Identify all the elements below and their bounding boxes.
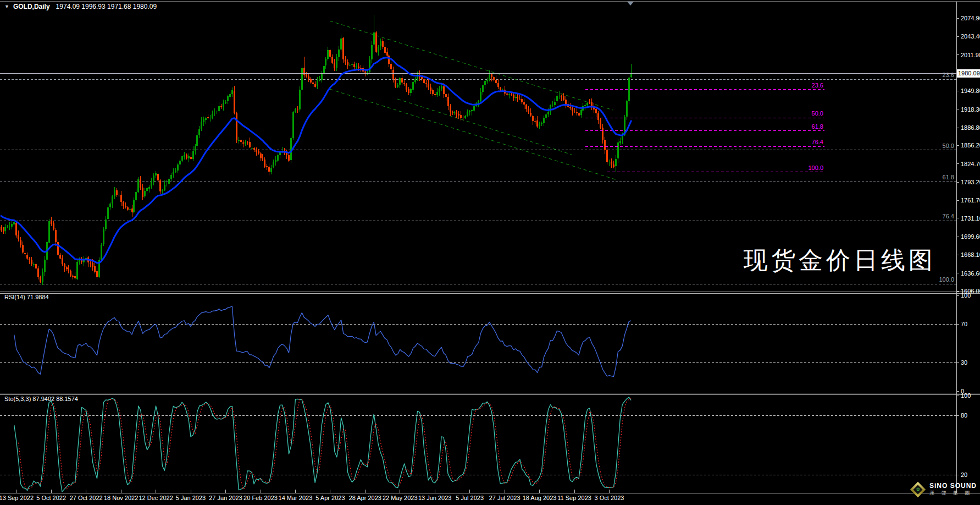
broker-logo: ✿ SiNO SOUND 漢 聲 集 團 xyxy=(911,482,977,497)
sto-k-line xyxy=(14,397,631,492)
price-tick-label: 1824.70 xyxy=(961,161,980,167)
date-tick-label: 12 Dec 2022 xyxy=(139,495,173,501)
rsi-tick-label: 30 xyxy=(961,359,967,366)
price-tick-label: 2074.90 xyxy=(961,15,980,21)
price-tick-label: 1918.30 xyxy=(961,106,980,113)
current-price-tag: 1980.09 xyxy=(957,69,980,78)
price-tick-label: 1668.10 xyxy=(961,251,980,258)
date-tick-label: 20 Feb 2023 xyxy=(243,495,278,501)
logo-name: SiNO SOUND xyxy=(929,482,977,490)
date-tick-label: 13 Jun 2023 xyxy=(418,495,452,501)
date-tick-label: 27 Jan 2023 xyxy=(209,495,242,501)
rsi-panel: 10070300 xyxy=(0,292,971,394)
fib-magenta-label: 50.0 xyxy=(812,110,823,117)
fib-gray-label: 61.8 xyxy=(943,174,954,180)
date-tick-label: 14 Mar 2023 xyxy=(279,495,313,501)
sto-tick-label: 80 xyxy=(961,412,967,419)
ohlc-values: 1974.09 1996.93 1971.68 1980.09 xyxy=(56,3,157,10)
date-tick-label: 27 Oct 2022 xyxy=(70,495,103,501)
price-tick-label: 1949.80 xyxy=(961,87,980,94)
watermark-text: 现货金价日线图 xyxy=(744,244,936,277)
date-tick-label: 18 Aug 2023 xyxy=(523,495,557,501)
fib-magenta-label: 76.4 xyxy=(812,139,823,145)
rsi-tick-label: 100 xyxy=(961,292,971,299)
fib-retracement-magenta: 23.650.061.876.4100.0 xyxy=(585,82,824,172)
time-axis: 13 Sep 20225 Oct 202227 Oct 202218 Nov 2… xyxy=(0,490,624,501)
fib-gray-label: 23.6 xyxy=(943,72,954,78)
price-axis: 2074.902043.402011.901949.801918.301886.… xyxy=(956,15,980,294)
sto-tick-label: 20 xyxy=(961,471,967,478)
rsi-tick-label: 70 xyxy=(961,321,967,327)
logo-diamond-icon: ✿ xyxy=(911,482,925,497)
date-tick-label: 22 May 2023 xyxy=(383,495,418,501)
date-tick-label: 28 Apr 2023 xyxy=(349,495,381,501)
date-tick-label: 18 Nov 2022 xyxy=(104,495,138,501)
price-tick-label: 1636.60 xyxy=(961,270,980,277)
fib-magenta-label: 23.6 xyxy=(812,82,823,89)
price-tick-label: 1761.70 xyxy=(961,197,980,204)
price-tick-label: 1793.20 xyxy=(961,179,980,185)
symbol-period-label: GOLD,Daily xyxy=(13,3,50,10)
fib-magenta-label: 61.8 xyxy=(812,123,823,130)
rsi-line xyxy=(14,306,631,377)
price-tick-label: 2011.90 xyxy=(961,52,980,58)
date-tick-label: 27 Jul 2023 xyxy=(489,495,521,501)
date-tick-label: 11 Sep 2023 xyxy=(557,495,591,501)
sto-tick-label: 100 xyxy=(961,392,971,399)
shift-marker-icon xyxy=(627,2,634,6)
fib-gray-label: 100.0 xyxy=(939,276,954,283)
date-tick-label: 5 Oct 2022 xyxy=(36,495,66,501)
price-tick-label: 1699.60 xyxy=(961,233,980,240)
stochastic-indicator-label: Sto(5,3,3) 87.9402 88.1574 xyxy=(4,396,78,402)
fib-gray-label: 50.0 xyxy=(943,142,954,149)
stochastic-panel: 1008020 xyxy=(0,392,971,492)
date-tick-label: 5 Jul 2023 xyxy=(456,495,484,501)
date-tick-label: 5 Apr 2023 xyxy=(315,495,345,501)
fib-magenta-label: 100.0 xyxy=(808,164,823,171)
date-tick-label: 5 Jan 2023 xyxy=(176,495,206,501)
price-tick-label: 1731.10 xyxy=(961,215,980,222)
sto-d-line xyxy=(19,399,632,489)
price-tick-label: 1856.20 xyxy=(961,142,980,149)
chart-title: ▼ GOLD,Daily 1974.09 1996.93 1971.68 198… xyxy=(4,3,157,10)
price-tick-label: 2043.40 xyxy=(961,33,980,40)
fib-gray-label: 76.4 xyxy=(943,213,954,219)
trend-channel xyxy=(330,21,618,180)
rsi-indicator-label: RSI(14) 71.9884 xyxy=(4,294,49,300)
date-tick-label: 3 Oct 2023 xyxy=(595,495,624,501)
collapse-triangle-icon[interactable]: ▼ xyxy=(4,4,9,9)
logo-chinese-name: 漢 聲 集 團 xyxy=(929,490,977,497)
mt4-chart-window: 23.650.061.876.4100.023.650.061.876.4100… xyxy=(0,0,980,505)
price-tick-label: 1886.80 xyxy=(961,124,980,131)
date-tick-label: 13 Sep 2022 xyxy=(0,495,34,501)
candles xyxy=(1,15,632,285)
ma-line xyxy=(1,58,631,264)
